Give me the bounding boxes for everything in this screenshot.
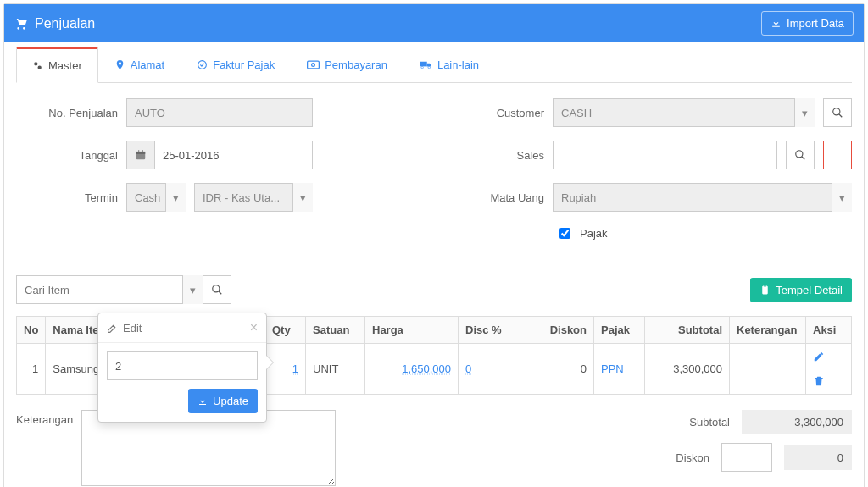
label-diskon-total: Diskon — [642, 451, 709, 464]
svg-line-19 — [218, 291, 221, 295]
col-diskon: Diskon — [526, 317, 594, 344]
svg-point-2 — [198, 61, 207, 69]
tab-lain-lain[interactable]: Lain-lain — [403, 47, 495, 83]
edit-popover: Edit × Update — [97, 313, 267, 423]
label-mata-uang: Mata Uang — [442, 191, 544, 204]
gears-icon — [32, 60, 43, 71]
tab-bar: Master Alamat Faktur Pajak Pembayaran La… — [16, 46, 852, 83]
termin-account-select[interactable]: ▾ — [194, 183, 313, 212]
label-sales: Sales — [442, 149, 544, 162]
item-search-select[interactable]: ▾ — [16, 275, 203, 304]
svg-rect-3 — [308, 61, 320, 69]
qty-edit-input[interactable] — [107, 351, 258, 380]
tab-pembayaran[interactable]: Pembayaran — [291, 47, 403, 83]
edit-icon — [107, 323, 118, 334]
import-data-button[interactable]: Import Data — [761, 11, 854, 36]
svg-point-0 — [34, 62, 37, 65]
cell-no: 1 — [17, 344, 46, 395]
pajak-checkbox[interactable]: Pajak — [553, 225, 608, 241]
label-customer: Customer — [442, 107, 544, 119]
diskon-input[interactable] — [721, 443, 772, 472]
col-harga: Harga — [365, 317, 459, 344]
svg-point-4 — [312, 64, 315, 67]
col-aksi: Aksi — [806, 317, 852, 344]
customer-search-button[interactable] — [823, 98, 852, 127]
download-icon — [771, 18, 782, 29]
subtotal-value: 3,300,000 — [742, 410, 852, 434]
pin-icon — [114, 59, 125, 70]
truck-icon — [420, 59, 432, 70]
label-no-penjualan: No. Penjualan — [16, 107, 118, 119]
svg-point-1 — [38, 66, 42, 69]
svg-rect-11 — [142, 150, 143, 152]
label-tanggal: Tanggal — [16, 149, 118, 162]
cell-keterangan — [730, 344, 806, 395]
check-circle-icon — [197, 59, 208, 70]
cell-subtotal: 3,300,000 — [645, 344, 730, 395]
cell-satuan: UNIT — [306, 344, 365, 395]
update-button[interactable]: Update — [188, 389, 258, 413]
tab-master[interactable]: Master — [16, 47, 98, 83]
calendar-icon[interactable] — [126, 141, 155, 169]
svg-point-18 — [212, 285, 219, 292]
popover-title: Edit — [123, 322, 142, 335]
diskon-value: 0 — [784, 445, 852, 470]
page-title: Penjualan — [14, 16, 95, 31]
col-disc-pct: Disc % — [459, 317, 526, 344]
label-termin: Termin — [16, 191, 118, 204]
no-penjualan-field — [126, 98, 313, 127]
save-icon — [198, 396, 208, 407]
svg-point-14 — [796, 151, 803, 158]
sales-panel: Penjualan Import Data Master Alamat Fakt… — [3, 3, 865, 487]
money-icon — [307, 59, 320, 70]
col-pajak: Pajak — [594, 317, 645, 344]
paste-icon — [760, 285, 771, 296]
sales-search-button[interactable] — [786, 141, 815, 169]
cart-icon — [14, 17, 28, 30]
panel-header: Penjualan Import Data — [4, 4, 864, 42]
sales-field[interactable] — [553, 141, 777, 169]
col-subtotal: Subtotal — [645, 317, 730, 344]
cell-aksi — [806, 344, 852, 395]
svg-rect-5 — [420, 62, 427, 67]
item-search-button[interactable] — [203, 275, 231, 304]
cell-diskon: 0 — [526, 344, 594, 395]
svg-point-6 — [421, 66, 424, 69]
svg-line-13 — [839, 114, 843, 118]
customer-select[interactable]: ▾ — [553, 98, 815, 127]
tanggal-field[interactable] — [155, 141, 313, 169]
svg-point-12 — [833, 108, 840, 115]
col-qty: Qty — [265, 317, 306, 344]
label-keterangan: Keterangan — [16, 410, 73, 486]
cell-pajak[interactable]: PPN — [594, 344, 645, 395]
col-no: No — [17, 317, 46, 344]
tempel-detail-button[interactable]: Tempel Detail — [750, 278, 852, 302]
delete-row-icon[interactable] — [813, 375, 844, 387]
sales-clear-button[interactable] — [823, 141, 852, 169]
svg-point-7 — [428, 66, 431, 69]
cell-disc-pct[interactable]: 0 — [459, 344, 526, 395]
label-subtotal: Subtotal — [662, 416, 730, 429]
tab-faktur-pajak[interactable]: Faktur Pajak — [181, 47, 291, 83]
termin-type-select[interactable]: ▾ — [126, 183, 186, 212]
svg-rect-20 — [762, 285, 768, 294]
svg-line-15 — [802, 157, 805, 160]
svg-rect-21 — [764, 285, 766, 286]
tab-alamat[interactable]: Alamat — [98, 47, 181, 83]
mata-uang-select[interactable]: ▾ — [553, 183, 852, 212]
edit-row-icon[interactable] — [813, 351, 844, 362]
col-satuan: Satuan — [306, 317, 365, 344]
popover-close-icon[interactable]: × — [250, 320, 258, 335]
col-keterangan: Keterangan — [730, 317, 806, 344]
cell-harga[interactable]: 1,650,000 — [365, 344, 459, 395]
svg-rect-10 — [138, 150, 139, 152]
svg-rect-9 — [136, 152, 146, 154]
